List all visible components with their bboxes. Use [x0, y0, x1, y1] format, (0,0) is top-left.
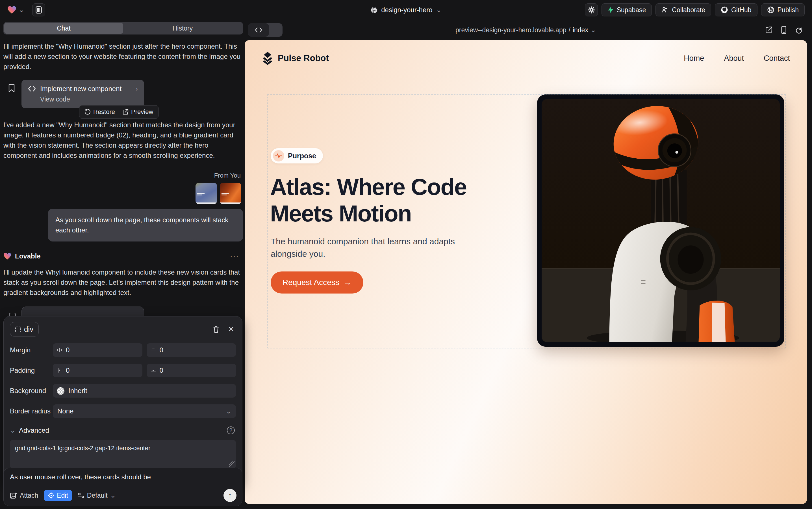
code-icon — [28, 86, 36, 92]
nav-link-about[interactable]: About — [724, 54, 744, 63]
gear-icon — [588, 6, 595, 13]
border-radius-select[interactable]: None ⌄ — [53, 404, 236, 418]
edit-mode-button[interactable]: Edit — [44, 490, 72, 501]
project-switcher[interactable]: design-your-hero ⌄ — [370, 6, 442, 14]
chat-panel: Chat History I'll implement the "Why Hum… — [3, 20, 243, 509]
from-you-label: From You — [3, 172, 243, 179]
collaborate-button[interactable]: Collaborate — [656, 3, 711, 16]
assistant-message-1: I'll implement the "Why Humanoid" sectio… — [3, 41, 243, 72]
site-logo[interactable]: Pulse Robot — [262, 52, 329, 65]
site-nav: Pulse Robot Home About Contact — [245, 40, 807, 76]
lovable-heart-icon — [3, 252, 11, 260]
tab-history[interactable]: History — [123, 23, 242, 34]
sidebar-toggle-button[interactable] — [32, 3, 45, 16]
padding-horizontal-icon — [57, 368, 63, 373]
people-icon — [661, 6, 669, 13]
hero-robot-image — [537, 95, 784, 347]
attachment-thumbnails — [3, 183, 243, 204]
purpose-badge: Purpose — [271, 148, 323, 164]
preview-url-bar[interactable]: preview--design-your-hero.lovable.app / … — [245, 20, 807, 40]
supabase-icon — [607, 6, 614, 13]
tab-chat[interactable]: Chat — [4, 23, 123, 34]
chevron-down-icon: ⌄ — [226, 408, 231, 414]
view-code-link[interactable]: View code — [40, 96, 138, 103]
preview-path: index — [573, 26, 588, 34]
chevron-right-icon: › — [136, 86, 138, 92]
refresh-button[interactable] — [795, 26, 802, 34]
message-menu-icon[interactable]: ··· — [230, 252, 243, 261]
site-preview: Pulse Robot Home About Contact Purpose — [245, 40, 807, 504]
attachment-image-2[interactable] — [220, 183, 241, 204]
component-card-title: Implement new component — [40, 85, 132, 93]
sidebar-panel-icon — [36, 6, 42, 13]
margin-vertical-icon — [151, 347, 156, 353]
external-link-icon — [122, 109, 128, 115]
padding-y-input[interactable]: 0 — [147, 364, 236, 377]
preview-button[interactable]: Preview — [122, 108, 153, 116]
chat-mode-select[interactable]: Default ⌄ — [78, 492, 116, 499]
padding-x-input[interactable]: 0 — [53, 364, 142, 377]
border-radius-label: Border radius — [10, 407, 53, 415]
chat-history-tabs: Chat History — [3, 22, 243, 34]
trash-icon[interactable] — [213, 326, 220, 333]
lovable-menu-button[interactable]: ⌄ — [7, 6, 24, 14]
top-bar: ⌄ design-your-hero ⌄ — [0, 0, 812, 20]
request-access-button[interactable]: Request Access → — [271, 271, 363, 294]
advanced-section-label[interactable]: Advanced — [19, 427, 49, 434]
nav-link-contact[interactable]: Contact — [764, 54, 790, 63]
app-window: ⌄ design-your-hero ⌄ — [0, 0, 812, 509]
globe-icon — [370, 6, 378, 13]
publish-button[interactable]: Publish — [761, 3, 805, 16]
nav-link-home[interactable]: Home — [684, 54, 704, 63]
settings-button[interactable] — [585, 3, 598, 16]
margin-horizontal-icon — [57, 347, 63, 353]
supabase-button[interactable]: Supabase — [601, 3, 652, 16]
layers-diamond-icon — [262, 52, 273, 65]
lovable-heart-icon — [7, 6, 16, 14]
chat-input-box: Attach Edit — [3, 468, 243, 506]
mobile-view-button[interactable] — [781, 26, 786, 34]
preview-domain: preview--design-your-hero.lovable.app — [455, 26, 566, 34]
arrow-right-icon: → — [343, 278, 352, 287]
attach-image-icon — [10, 492, 17, 499]
margin-label: Margin — [10, 346, 53, 354]
chevron-down-icon: ⌄ — [19, 6, 24, 13]
tailwind-classes-textarea[interactable]: grid grid-cols-1 lg:grid-cols-2 gap-12 i… — [10, 440, 236, 468]
element-outline-icon — [15, 327, 21, 332]
attachment-image-1[interactable] — [195, 183, 217, 204]
assistant-message-2: I've added a new "Why Humanoid" section … — [3, 120, 243, 161]
background-label: Background — [10, 387, 53, 395]
chevron-down-icon[interactable]: ⌄ — [10, 427, 15, 434]
component-card[interactable]: Implement new component › View code — [22, 80, 144, 108]
open-external-button[interactable] — [765, 26, 772, 34]
preview-pane: preview--design-your-hero.lovable.app / … — [245, 20, 807, 504]
padding-vertical-icon — [151, 368, 156, 373]
close-icon[interactable]: ✕ — [228, 325, 234, 334]
margin-x-input[interactable]: 0 — [53, 343, 142, 357]
assistant-header: Lovable ··· — [3, 252, 243, 261]
send-button[interactable]: ↑ — [223, 489, 236, 502]
user-message: As you scroll down the page, these compo… — [48, 209, 243, 241]
hero-subheadline: The humanoid companion that learns and a… — [271, 235, 463, 260]
transparent-swatch-icon — [57, 387, 65, 395]
chevron-down-icon: ⌄ — [436, 6, 442, 13]
restore-preview-toolbar: Restore Preview — [79, 105, 158, 119]
background-input[interactable]: Inherit — [53, 384, 236, 398]
assistant-message-3: I'll update the WhyHumanoid component to… — [3, 267, 243, 298]
restore-button[interactable]: Restore — [84, 108, 115, 116]
target-icon — [48, 492, 54, 499]
arrow-up-icon: ↑ — [228, 491, 232, 500]
bookmark-icon[interactable] — [8, 84, 15, 93]
publish-globe-icon — [767, 6, 774, 13]
chat-message-input[interactable] — [10, 473, 236, 481]
github-button[interactable]: GitHub — [715, 3, 758, 16]
selected-element-pill[interactable]: div — [10, 322, 39, 337]
attach-button[interactable]: Attach — [10, 492, 38, 499]
preview-header: preview--design-your-hero.lovable.app / … — [245, 20, 807, 40]
help-icon[interactable]: ? — [227, 427, 235, 434]
chevron-down-icon: ⌄ — [110, 492, 116, 499]
margin-y-input[interactable]: 0 — [147, 343, 236, 357]
pulse-icon — [273, 150, 284, 162]
sliders-icon — [78, 492, 84, 499]
assistant-name: Lovable — [15, 252, 41, 260]
